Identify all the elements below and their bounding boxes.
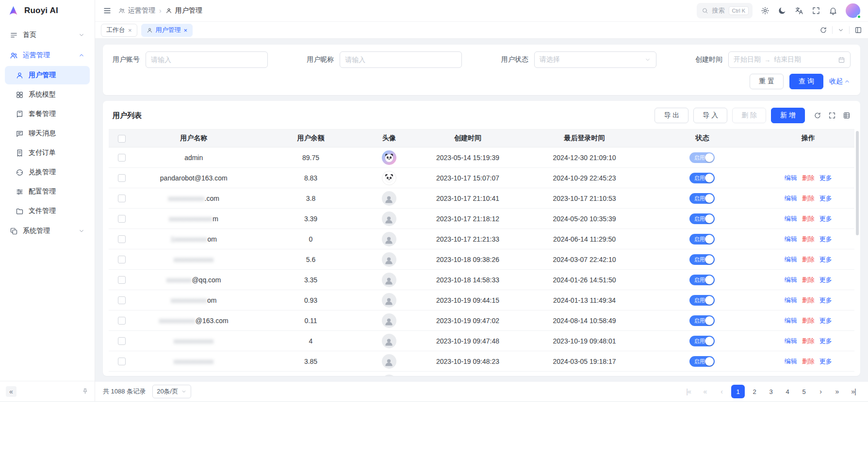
delete-link[interactable]: 删除 <box>802 358 815 365</box>
more-link[interactable]: 更多 <box>819 317 832 324</box>
account-input[interactable] <box>146 51 268 68</box>
next-fast-button[interactable]: » <box>830 385 844 398</box>
row-checkbox[interactable] <box>118 296 126 304</box>
row-checkbox[interactable] <box>118 195 126 202</box>
sidebar-collapse-button[interactable]: « <box>6 386 16 397</box>
column-settings-icon[interactable] <box>843 112 851 119</box>
status-toggle[interactable]: 启用 <box>689 275 715 285</box>
edit-link[interactable]: 编辑 <box>785 215 797 222</box>
delete-link[interactable]: 删除 <box>802 174 815 181</box>
edit-link[interactable]: 编辑 <box>785 317 797 324</box>
status-toggle[interactable]: 启用 <box>689 152 715 163</box>
tab-workbench[interactable]: 工作台 × <box>101 24 137 37</box>
global-search[interactable]: 搜索 Ctrl K <box>697 3 753 18</box>
collapse-filters-link[interactable]: 收起 <box>829 77 851 86</box>
delete-link[interactable]: 删除 <box>802 256 815 263</box>
delete-link[interactable]: 删除 <box>802 195 815 202</box>
language-icon[interactable] <box>795 6 803 15</box>
sidebar-subitem[interactable]: 文件管理 <box>5 202 90 220</box>
delete-link[interactable]: 删除 <box>802 235 815 243</box>
add-button[interactable]: 新 增 <box>771 108 805 123</box>
status-toggle[interactable]: 启用 <box>689 315 715 326</box>
row-checkbox[interactable] <box>118 317 126 325</box>
export-button[interactable]: 导 出 <box>655 108 688 123</box>
chevron-down-icon[interactable] <box>837 27 844 33</box>
pin-icon[interactable] <box>82 388 89 395</box>
row-checkbox[interactable] <box>118 256 126 263</box>
refresh-icon[interactable] <box>819 26 827 34</box>
row-checkbox[interactable] <box>118 174 126 182</box>
page-button-5[interactable]: 5 <box>797 385 811 398</box>
row-checkbox[interactable] <box>118 154 126 162</box>
gear-icon[interactable] <box>761 6 770 15</box>
delete-link[interactable]: 删除 <box>802 215 815 222</box>
status-toggle[interactable]: 启用 <box>689 295 715 306</box>
sidebar-subitem[interactable]: 兑换管理 <box>5 163 90 181</box>
more-link[interactable]: 更多 <box>819 358 832 365</box>
edit-link[interactable]: 编辑 <box>785 195 797 202</box>
close-icon[interactable]: × <box>184 27 188 33</box>
row-checkbox[interactable] <box>118 276 126 284</box>
more-link[interactable]: 更多 <box>819 235 832 243</box>
tab-user-management[interactable]: 用户管理 × <box>141 24 193 37</box>
nickname-input[interactable] <box>340 51 462 68</box>
layout-icon[interactable] <box>854 26 862 34</box>
status-toggle[interactable]: 启用 <box>689 254 715 265</box>
status-toggle[interactable]: 启用 <box>689 356 715 367</box>
page-button-4[interactable]: 4 <box>781 385 794 398</box>
delete-link[interactable]: 删除 <box>802 276 815 283</box>
delete-link[interactable]: 删除 <box>802 317 815 324</box>
row-checkbox[interactable] <box>118 337 126 345</box>
sidebar-item-operations[interactable]: 运营管理 <box>5 46 90 65</box>
user-avatar[interactable] <box>846 3 860 18</box>
last-page-button[interactable]: »| <box>847 385 860 398</box>
sidebar-subitem[interactable]: 系统模型 <box>5 85 90 104</box>
sidebar-subitem[interactable]: 套餐管理 <box>5 105 90 123</box>
fullscreen-icon[interactable] <box>812 6 820 15</box>
status-toggle[interactable]: 启用 <box>689 336 715 346</box>
close-icon[interactable]: × <box>128 27 132 33</box>
refresh-icon[interactable] <box>814 112 821 119</box>
status-toggle[interactable]: 启用 <box>689 234 715 245</box>
page-size-select[interactable]: 20条/页 <box>152 385 191 398</box>
import-button[interactable]: 导 入 <box>693 108 727 123</box>
edit-link[interactable]: 编辑 <box>785 276 797 283</box>
notification-bell-icon[interactable] <box>829 6 837 15</box>
delete-button[interactable]: 删 除 <box>732 108 766 123</box>
prev-page-button[interactable]: ‹ <box>715 385 728 398</box>
more-link[interactable]: 更多 <box>819 174 832 181</box>
more-link[interactable]: 更多 <box>819 296 832 304</box>
sidebar-item-home[interactable]: 首页 <box>5 25 90 45</box>
reset-button[interactable]: 重 置 <box>750 74 784 89</box>
expand-icon[interactable] <box>828 112 836 119</box>
delete-link[interactable]: 删除 <box>802 337 815 344</box>
breadcrumb-operations[interactable]: 运营管理 <box>118 6 155 15</box>
prev-fast-button[interactable]: « <box>698 385 712 398</box>
edit-link[interactable]: 编辑 <box>785 358 797 365</box>
delete-link[interactable]: 删除 <box>802 296 815 304</box>
edit-link[interactable]: 编辑 <box>785 256 797 263</box>
menu-toggle-icon[interactable] <box>103 6 112 15</box>
dark-mode-icon[interactable] <box>778 6 786 15</box>
status-toggle[interactable]: 启用 <box>689 193 715 204</box>
next-page-button[interactable]: › <box>814 385 827 398</box>
scrollbar-thumb[interactable] <box>856 131 859 235</box>
sidebar-subitem[interactable]: 聊天消息 <box>5 124 90 143</box>
edit-link[interactable]: 编辑 <box>785 235 797 243</box>
more-link[interactable]: 更多 <box>819 256 832 263</box>
page-button-3[interactable]: 3 <box>764 385 778 398</box>
more-link[interactable]: 更多 <box>819 195 832 202</box>
more-link[interactable]: 更多 <box>819 215 832 222</box>
status-toggle[interactable]: 启用 <box>689 173 715 183</box>
row-checkbox[interactable] <box>118 358 126 365</box>
more-link[interactable]: 更多 <box>819 337 832 344</box>
more-link[interactable]: 更多 <box>819 276 832 283</box>
edit-link[interactable]: 编辑 <box>785 296 797 304</box>
search-button[interactable]: 查 询 <box>789 74 823 89</box>
sidebar-subitem[interactable]: 支付订单 <box>5 144 90 162</box>
page-button-2[interactable]: 2 <box>748 385 761 398</box>
breadcrumb-user-management[interactable]: 用户管理 <box>165 6 202 15</box>
first-page-button[interactable]: |« <box>682 385 695 398</box>
row-checkbox[interactable] <box>118 215 126 223</box>
select-all-checkbox[interactable] <box>118 135 126 143</box>
